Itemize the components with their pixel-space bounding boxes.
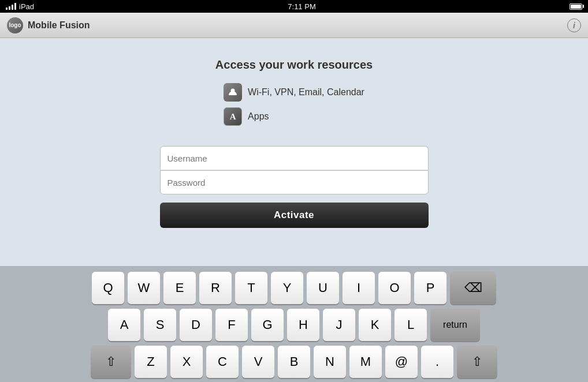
feature-item-wifi: Wi-Fi, VPN, Email, Calendar <box>224 83 364 102</box>
key-period[interactable]: . <box>421 346 453 378</box>
key-z[interactable]: Z <box>135 346 167 378</box>
signal-icon <box>6 3 16 10</box>
key-r[interactable]: R <box>199 272 232 304</box>
key-v[interactable]: V <box>242 346 274 378</box>
key-at[interactable]: @ <box>385 346 418 378</box>
key-shift-left[interactable]: ⇧ <box>91 346 131 378</box>
device-label: iPad <box>19 2 34 11</box>
keyboard-row-2: A S D F G H J K L return <box>3 309 585 341</box>
key-return[interactable]: return <box>430 309 480 341</box>
key-p[interactable]: P <box>414 272 446 304</box>
key-backspace[interactable]: ⌫ <box>450 272 496 304</box>
key-l[interactable]: L <box>395 309 427 341</box>
key-u[interactable]: U <box>307 272 339 304</box>
main-content: Access your work resources Wi-Fi, VPN, E… <box>0 38 588 266</box>
key-e[interactable]: E <box>163 272 196 304</box>
key-shift-right[interactable]: ⇧ <box>457 346 497 378</box>
key-f[interactable]: F <box>215 309 248 341</box>
wifi-vpn-label: Wi-Fi, VPN, Email, Calendar <box>248 87 364 98</box>
key-y[interactable]: Y <box>271 272 303 304</box>
feature-item-apps: A Apps <box>224 107 364 126</box>
password-input[interactable] <box>160 170 429 194</box>
key-c[interactable]: C <box>206 346 239 378</box>
key-g[interactable]: G <box>251 309 284 341</box>
key-t[interactable]: T <box>235 272 267 304</box>
login-form: Activate <box>160 146 429 228</box>
app-title: Mobile Fusion <box>28 20 90 31</box>
keyboard-row-3: ⇧ Z X C V B N M @ . ⇧ <box>3 346 585 378</box>
key-o[interactable]: O <box>378 272 411 304</box>
apps-icon: A <box>224 107 242 126</box>
key-s[interactable]: S <box>144 309 176 341</box>
username-input[interactable] <box>160 146 429 170</box>
battery-icon <box>570 3 582 10</box>
title-bar: logo Mobile Fusion i <box>0 13 588 38</box>
app-logo: logo <box>7 17 23 33</box>
key-w[interactable]: W <box>128 272 160 304</box>
info-button[interactable]: i <box>567 18 581 32</box>
apps-label: Apps <box>248 111 269 122</box>
activate-button[interactable]: Activate <box>160 203 429 228</box>
feature-list: Wi-Fi, VPN, Email, Calendar A Apps <box>224 83 364 132</box>
key-d[interactable]: D <box>180 309 212 341</box>
key-j[interactable]: J <box>323 309 355 341</box>
time-display: 7:11 PM <box>288 2 315 11</box>
key-q[interactable]: Q <box>92 272 124 304</box>
headline: Access your work resources <box>215 58 373 72</box>
key-n[interactable]: N <box>314 346 346 378</box>
key-k[interactable]: K <box>359 309 391 341</box>
key-x[interactable]: X <box>170 346 203 378</box>
key-i[interactable]: I <box>343 272 375 304</box>
status-bar: iPad 7:11 PM <box>0 0 588 13</box>
key-m[interactable]: M <box>349 346 382 378</box>
key-h[interactable]: H <box>287 309 319 341</box>
wifi-vpn-icon <box>224 83 242 102</box>
keyboard: Q W E R T Y U I O P ⌫ A S D F G H J K L … <box>0 266 588 382</box>
key-a[interactable]: A <box>108 309 140 341</box>
keyboard-row-1: Q W E R T Y U I O P ⌫ <box>3 272 585 304</box>
key-b[interactable]: B <box>278 346 310 378</box>
